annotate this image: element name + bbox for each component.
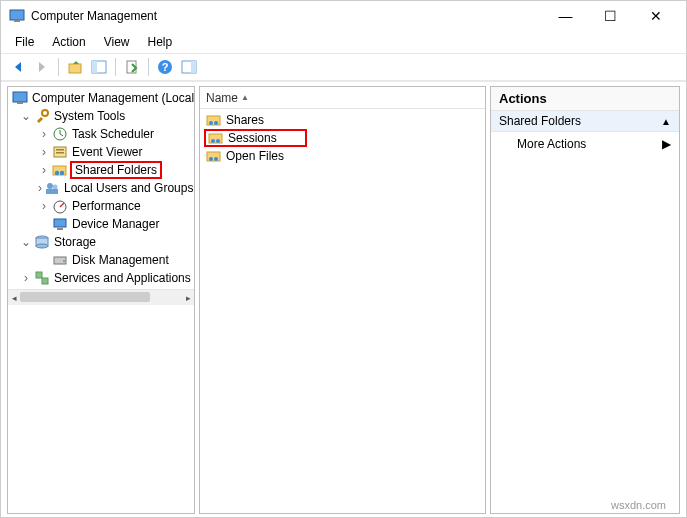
svg-rect-39 [207, 152, 220, 161]
show-hide-actions-button[interactable] [178, 56, 200, 78]
expand-icon[interactable]: › [38, 181, 42, 195]
tree-pane: Computer Management (Local) ⌄ System Too… [7, 86, 195, 514]
entry-label: More Actions [517, 137, 586, 151]
list-item-open-files[interactable]: Open Files [204, 147, 481, 165]
svg-rect-1 [14, 20, 20, 22]
separator-icon [148, 58, 149, 76]
tree-system-tools[interactable]: ⌄ System Tools [8, 107, 194, 125]
close-button[interactable]: ✕ [633, 1, 678, 31]
section-label: Shared Folders [499, 114, 581, 128]
storage-icon [34, 234, 50, 250]
show-hide-tree-button[interactable] [88, 56, 110, 78]
actions-pane: Actions Shared Folders ▲ More Actions ▶ [490, 86, 680, 514]
svg-point-37 [211, 139, 215, 143]
tree-label: Storage [52, 235, 98, 249]
tree-label: Services and Applications [52, 271, 193, 285]
svg-rect-15 [56, 149, 64, 151]
help-button[interactable]: ? [154, 56, 176, 78]
svg-rect-25 [57, 228, 63, 230]
svg-rect-22 [46, 189, 58, 194]
tree-task-scheduler[interactable]: › Task Scheduler [8, 125, 194, 143]
tree-label: Task Scheduler [70, 127, 156, 141]
tree-root-computer-management[interactable]: Computer Management (Local) [8, 89, 194, 107]
scroll-left-icon[interactable]: ◂ [8, 290, 20, 306]
back-button[interactable] [7, 56, 29, 78]
actions-header: Actions [491, 87, 679, 111]
disk-icon [52, 252, 68, 268]
app-icon [9, 8, 25, 24]
svg-point-12 [42, 110, 48, 116]
expand-icon[interactable]: › [38, 199, 50, 213]
up-button[interactable] [64, 56, 86, 78]
menubar: File Action View Help [1, 31, 686, 53]
svg-point-28 [36, 244, 48, 248]
actions-section-shared-folders[interactable]: Shared Folders ▲ [491, 111, 679, 132]
list-header[interactable]: Name ▲ [200, 87, 485, 109]
scroll-thumb[interactable] [20, 292, 150, 302]
tree-event-viewer[interactable]: › Event Viewer [8, 143, 194, 161]
watermark: wsxdn.com [611, 499, 666, 511]
tree-performance[interactable]: › Performance [8, 197, 194, 215]
clock-icon [52, 126, 68, 142]
list-body: Shares Sessions Open Files [200, 109, 485, 513]
list-pane: Name ▲ Shares Sessions Open Files [199, 86, 486, 514]
tree-label: System Tools [52, 109, 127, 123]
collapse-icon[interactable]: ▲ [661, 116, 671, 127]
menu-help[interactable]: Help [140, 33, 181, 51]
svg-rect-0 [10, 10, 24, 20]
svg-rect-9 [191, 61, 196, 73]
tools-icon [34, 108, 50, 124]
tree-label: Event Viewer [70, 145, 144, 159]
tree-shared-folders[interactable]: › Shared Folders [8, 161, 194, 179]
svg-point-38 [216, 139, 220, 143]
computer-mgmt-icon [12, 90, 28, 106]
shared-folders-icon [208, 130, 224, 146]
expand-icon[interactable]: › [20, 271, 32, 285]
tree-storage[interactable]: ⌄ Storage [8, 233, 194, 251]
main-panes: Computer Management (Local) ⌄ System Too… [1, 81, 686, 518]
svg-point-40 [209, 157, 213, 161]
services-icon [34, 270, 50, 286]
min-button[interactable]: — [543, 1, 588, 31]
column-label: Name [206, 91, 238, 105]
toolbar: ? [1, 53, 686, 81]
performance-icon [52, 198, 68, 214]
menu-view[interactable]: View [96, 33, 138, 51]
export-list-button[interactable] [121, 56, 143, 78]
svg-rect-2 [69, 64, 81, 73]
svg-rect-36 [209, 134, 222, 143]
device-manager-icon [52, 216, 68, 232]
svg-point-19 [60, 171, 64, 175]
expand-icon[interactable]: › [38, 145, 50, 159]
list-item-sessions[interactable]: Sessions [204, 129, 307, 147]
menu-action[interactable]: Action [44, 33, 93, 51]
shared-folders-icon [206, 112, 222, 128]
tree-local-users-groups[interactable]: › Local Users and Groups [8, 179, 194, 197]
svg-point-35 [214, 121, 218, 125]
column-name[interactable]: Name ▲ [206, 91, 249, 105]
expand-icon[interactable]: › [38, 163, 50, 177]
tree-label: Device Manager [70, 217, 161, 231]
scroll-right-icon[interactable]: ▸ [182, 290, 194, 306]
forward-button[interactable] [31, 56, 53, 78]
svg-rect-32 [42, 278, 48, 284]
tree-label: Performance [70, 199, 143, 213]
expand-icon[interactable]: › [38, 127, 50, 141]
svg-point-34 [209, 121, 213, 125]
collapse-icon[interactable]: ⌄ [20, 109, 32, 123]
menu-file[interactable]: File [7, 33, 42, 51]
svg-text:?: ? [162, 61, 169, 73]
svg-rect-31 [36, 272, 42, 278]
tree-disk-management[interactable]: Disk Management [8, 251, 194, 269]
tree-device-manager[interactable]: Device Manager [8, 215, 194, 233]
nav-tree: Computer Management (Local) ⌄ System Too… [8, 87, 194, 289]
max-button[interactable]: ☐ [588, 1, 633, 31]
svg-point-20 [47, 183, 53, 189]
tree-scrollbar[interactable]: ◂ ▸ [8, 289, 194, 305]
actions-more-actions[interactable]: More Actions ▶ [491, 132, 679, 156]
collapse-icon[interactable]: ⌄ [20, 235, 32, 249]
list-item-label: Shares [226, 113, 264, 127]
tree-services-apps[interactable]: › Services and Applications [8, 269, 194, 287]
list-item-shares[interactable]: Shares [204, 111, 481, 129]
list-item-label: Open Files [226, 149, 284, 163]
